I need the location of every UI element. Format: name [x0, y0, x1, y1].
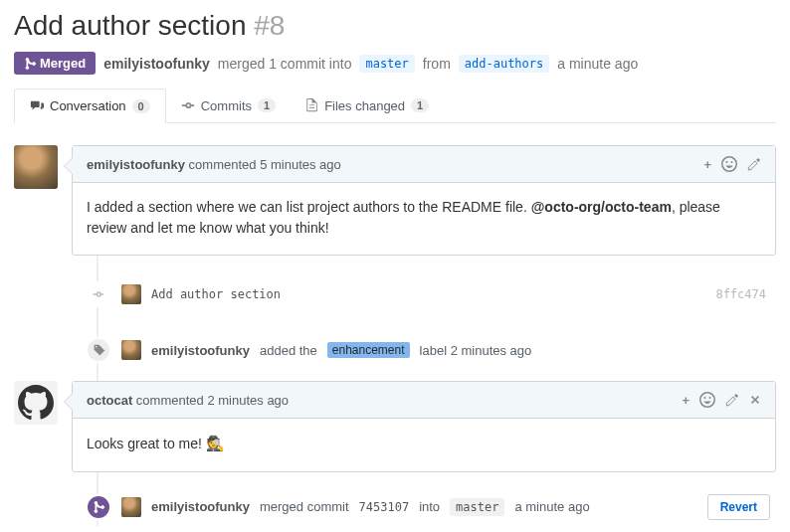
label-enhancement[interactable]: enhancement — [327, 342, 410, 358]
pr-title: Add author section #8 — [14, 10, 776, 42]
label-event-verb: added the — [260, 343, 317, 358]
tab-commits-label: Commits — [201, 98, 252, 113]
detective-emoji: 🕵️ — [206, 435, 225, 451]
comment-1-author[interactable]: emilyistoofunky — [87, 157, 185, 172]
tab-conversation[interactable]: Conversation 0 — [14, 89, 166, 123]
tag-icon — [86, 337, 111, 363]
pencil-icon[interactable] — [747, 157, 761, 171]
comment-1-body: I added a section where we can list proj… — [73, 183, 775, 255]
commit-node-icon — [86, 281, 111, 307]
add-reaction-plus[interactable]: + — [703, 157, 711, 172]
comment-1-body-pre: I added a section where we can list proj… — [87, 199, 531, 215]
pr-tabs: Conversation 0 Commits 1 Files changed 1 — [14, 89, 776, 123]
pr-title-text: Add author section — [14, 10, 247, 41]
avatar-small-emily-2[interactable] — [121, 340, 141, 360]
comment-2-verb: commented — [136, 393, 204, 408]
comment-2-author[interactable]: octocat — [87, 393, 132, 408]
meta-actor[interactable]: emilyistoofunky — [103, 56, 210, 72]
tab-commits[interactable]: Commits 1 — [166, 89, 291, 122]
base-branch[interactable]: master — [359, 55, 414, 73]
avatar-small-emily[interactable] — [121, 284, 141, 304]
label-event-time: label 2 minutes ago — [420, 343, 532, 358]
revert-button[interactable]: Revert — [707, 494, 770, 520]
avatar-emilyistoofunky[interactable] — [14, 145, 58, 189]
tab-conversation-label: Conversation — [50, 98, 126, 113]
state-label: Merged — [40, 56, 86, 71]
merge-event-verb: merged commit — [260, 499, 349, 514]
tab-commits-count: 1 — [258, 98, 276, 112]
label-event-author[interactable]: emilyistoofunky — [151, 343, 250, 358]
comment-1-verb: commented — [189, 157, 257, 172]
comment-2-body: Looks great to me! 🕵️ — [73, 419, 775, 471]
file-diff-icon — [305, 98, 318, 112]
git-commit-icon — [181, 98, 195, 112]
timeline-label-event: emilyistoofunky added the enhancement la… — [72, 331, 776, 369]
pencil-icon[interactable] — [725, 393, 739, 407]
avatar-small-emily-3[interactable] — [121, 497, 141, 517]
merge-badge-icon — [86, 494, 111, 520]
comment-1-time: 5 minutes ago — [260, 157, 341, 172]
comment-2: octocat commented 2 minutes ago + Looks … — [14, 381, 776, 472]
close-icon[interactable] — [749, 394, 761, 406]
comment-2-header: octocat commented 2 minutes ago + — [73, 382, 775, 419]
git-merge-icon — [24, 57, 36, 71]
timeline-commit: Add author section 8ffc474 — [72, 271, 776, 317]
octocat-icon — [18, 385, 54, 421]
state-badge-merged: Merged — [14, 52, 96, 75]
smiley-icon[interactable] — [699, 392, 715, 408]
merge-event-time: a minute ago — [514, 499, 589, 514]
head-branch[interactable]: add-authors — [459, 55, 549, 73]
tab-files-label: Files changed — [324, 98, 405, 113]
meta-verb: merged 1 commit into — [218, 56, 352, 72]
pr-meta-row: Merged emilyistoofunky merged 1 commit i… — [14, 52, 776, 75]
comment-1-header: emilyistoofunky commented 5 minutes ago … — [73, 146, 775, 183]
commit-sha[interactable]: 8ffc474 — [715, 287, 766, 301]
pr-number: #8 — [254, 10, 285, 41]
merge-event-into: into — [419, 499, 440, 514]
meta-from: from — [423, 56, 451, 72]
comment-2-time: 2 minutes ago — [207, 393, 289, 408]
smiley-icon[interactable] — [721, 156, 737, 172]
tab-conversation-count: 0 — [132, 99, 150, 113]
merge-event-sha[interactable]: 7453107 — [359, 500, 410, 514]
merge-event-author[interactable]: emilyistoofunky — [151, 499, 250, 514]
commit-message[interactable]: Add author section — [151, 287, 281, 301]
meta-time: a minute ago — [557, 56, 638, 72]
comment-1-mention[interactable]: @octo-org/octo-team — [531, 199, 672, 215]
merge-event-branch[interactable]: master — [450, 498, 504, 516]
comment-1: emilyistoofunky commented 5 minutes ago … — [14, 145, 776, 256]
tab-files-count: 1 — [411, 98, 429, 112]
avatar-octocat[interactable] — [14, 381, 58, 425]
comment-discussion-icon — [30, 99, 44, 113]
add-reaction-plus-2[interactable]: + — [682, 393, 690, 408]
tab-files-changed[interactable]: Files changed 1 — [291, 89, 444, 122]
comment-2-body-text: Looks great to me! — [87, 436, 206, 451]
timeline-merge-event: emilyistoofunky merged commit 7453107 in… — [72, 488, 776, 526]
